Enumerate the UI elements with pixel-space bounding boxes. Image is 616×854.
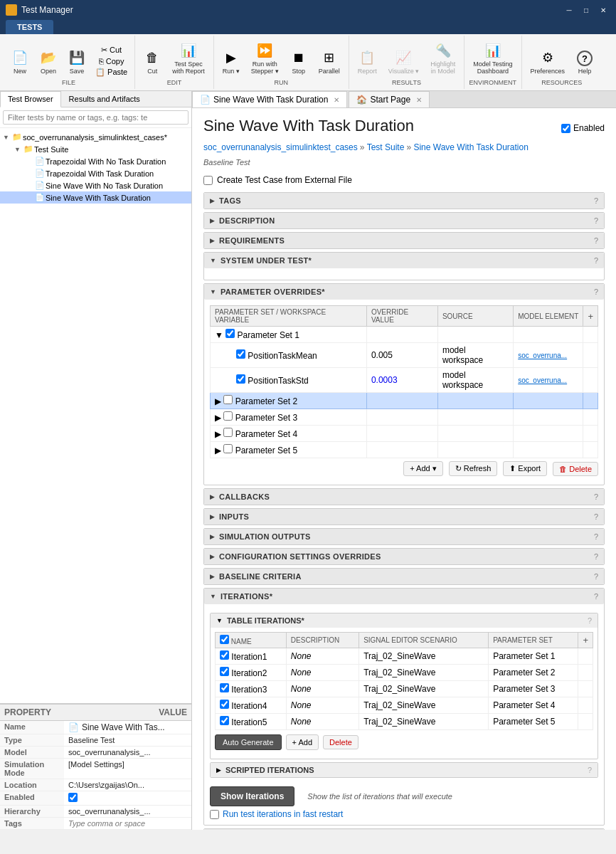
close-btn[interactable]: ✕ [596, 3, 610, 17]
save-button[interactable]: 💾 Save [64, 46, 90, 78]
iter-r4-check[interactable] [220, 700, 229, 709]
visualize-button[interactable]: 📈 Visualize ▾ [384, 46, 423, 78]
tree-item-1[interactable]: 📄 Trapezoidal With No Task Duration [0, 155, 191, 167]
var-1-check[interactable] [236, 349, 245, 359]
tags-input[interactable] [68, 819, 187, 828]
maximize-btn[interactable]: □ [579, 3, 593, 17]
help-button[interactable]: ? Help [572, 48, 598, 78]
cut-button[interactable]: ✂ Cut [92, 45, 130, 56]
tree-item-2[interactable]: 📄 Trapezoidal With Task Duration [0, 167, 191, 179]
logical-header[interactable]: ▶ LOGICAL AND TEMPORAL ASSESSMENTS ? [204, 829, 604, 830]
ps5-check[interactable] [223, 444, 233, 453]
req-help[interactable]: ? [594, 236, 598, 245]
minimize-btn[interactable]: ─ [562, 3, 576, 17]
iter-r1-check[interactable] [220, 650, 229, 660]
callbacks-header[interactable]: ▶ CALLBACKS ? [204, 489, 604, 505]
create-external-checkbox[interactable] [203, 176, 213, 185]
model-testing-button[interactable]: 📊 Model TestingDashboard [469, 39, 516, 78]
iter-r2-check[interactable] [220, 667, 229, 676]
ps4-check[interactable] [223, 428, 233, 437]
iterations-header[interactable]: ▼ ITERATIONS* ? [204, 589, 604, 604]
ps3-check[interactable] [223, 411, 233, 421]
scripted-help[interactable]: ? [588, 766, 592, 774]
param-set-5-row[interactable]: ▶ Parameter Set 5 [211, 442, 598, 458]
new-button[interactable]: 📄 New [7, 46, 33, 78]
callbacks-help[interactable]: ? [594, 492, 598, 501]
iter-r5-check[interactable] [220, 716, 229, 725]
param-var-1[interactable]: PositionTaskMean 0.005 model workspace s… [211, 343, 598, 368]
stop-button[interactable]: ⏹ Stop [286, 46, 312, 78]
tree-root[interactable]: ▼ 📁 soc_overrunanalysis_simulinktest_cas… [0, 131, 191, 143]
table-iter-help[interactable]: ? [588, 616, 592, 625]
scripted-iter-header[interactable]: ▶ SCRIPTED ITERATIONS ? [211, 763, 598, 777]
run-stepper-button[interactable]: ⏩ Run withStepper ▾ [247, 39, 283, 78]
doc-tab-start[interactable]: 🏠 Start Page ✕ [349, 91, 430, 107]
tree-item-3[interactable]: 📄 Sine Wave With No Task Duration [0, 179, 191, 191]
param-var-2[interactable]: PositionTaskStd 0.0003 model workspace s… [211, 368, 598, 393]
param-refresh-btn[interactable]: ↻ Refresh [449, 461, 498, 476]
iter-row-4[interactable]: Iteration4 None Traj_02_SineWave Paramet… [216, 697, 593, 714]
desc-help[interactable]: ? [594, 216, 598, 225]
param-add-btn[interactable]: + Add ▾ [403, 461, 443, 476]
iter-row-3[interactable]: Iteration3 None Traj_02_SineWave Paramet… [216, 681, 593, 697]
tree-item-4[interactable]: 📄 Sine Wave With Task Duration [0, 191, 191, 204]
param-export-btn[interactable]: ⬆ Export [503, 461, 547, 476]
inputs-header[interactable]: ▶ INPUTS ? [204, 509, 604, 524]
baseline-help[interactable]: ? [594, 572, 598, 581]
ps2-check[interactable] [223, 395, 233, 404]
var-2-check[interactable] [236, 374, 245, 384]
search-input[interactable] [3, 110, 188, 125]
param-set-1-row[interactable]: ▼ Parameter Set 1 [211, 327, 598, 343]
preferences-button[interactable]: ⚙ Preferences [526, 46, 570, 78]
auto-generate-btn[interactable]: Auto Generate [215, 734, 282, 750]
desc-header[interactable]: ▶ DESCRIPTION ? [204, 213, 604, 228]
show-iterations-button[interactable]: Show Iterations [210, 786, 294, 806]
iter-delete-btn[interactable]: Delete [323, 735, 359, 749]
tab-close-sine[interactable]: ✕ [334, 96, 339, 104]
page-enabled-checkbox[interactable] [561, 124, 570, 133]
param-set-2-row[interactable]: ▶ Parameter Set 2 [211, 393, 598, 409]
param-set-3-row[interactable]: ▶ Parameter Set 3 [211, 409, 598, 426]
highlight-button[interactable]: 🔦 Highlightin Model [426, 39, 460, 78]
param-help[interactable]: ? [594, 288, 598, 296]
config-header[interactable]: ▶ CONFIGURATION SETTINGS OVERRIDES ? [204, 549, 604, 564]
paste-button[interactable]: 📋 Paste [92, 67, 130, 78]
req-header[interactable]: ▶ REQUIREMENTS ? [204, 233, 604, 248]
param-header[interactable]: ▼ PARAMETER OVERRIDES* ? [204, 284, 604, 300]
iter-r3-check[interactable] [220, 683, 229, 692]
param-set-4-row[interactable]: ▶ Parameter Set 4 [211, 426, 598, 442]
breadcrumb-part-1[interactable]: soc_overrunanalysis_simulinktest_cases [203, 142, 358, 152]
sut-header[interactable]: ▼ SYSTEM UNDER TEST* ? [204, 253, 604, 268]
breadcrumb-part-3[interactable]: Sine Wave With Task Duration [413, 142, 528, 152]
param-set-1-check[interactable] [225, 329, 235, 338]
tests-tab[interactable]: TESTS [6, 20, 53, 34]
iter-col-add[interactable]: + [578, 633, 593, 648]
enabled-checkbox[interactable] [68, 793, 78, 802]
copy-button[interactable]: ⎘ Copy [92, 56, 130, 66]
inputs-help[interactable]: ? [594, 512, 598, 521]
tab-close-start[interactable]: ✕ [416, 96, 422, 104]
iterations-help[interactable]: ? [594, 592, 598, 601]
open-button[interactable]: 📂 Open [36, 46, 61, 78]
table-iter-header[interactable]: ▼ TABLE ITERATIONS* ? [211, 613, 598, 628]
breadcrumb-part-2[interactable]: Test Suite [367, 142, 405, 152]
results-artifacts-tab[interactable]: Results and Artifacts [61, 91, 148, 107]
param-delete-btn[interactable]: 🗑 Delete [553, 462, 598, 476]
baseline-header[interactable]: ▶ BASELINE CRITERIA ? [204, 569, 604, 584]
iter-row-5[interactable]: Iteration5 None Traj_02_SineWave Paramet… [216, 714, 593, 730]
doc-tab-sine-wave[interactable]: 📄 Sine Wave With Task Duration ✕ [192, 91, 347, 107]
report-button[interactable]: 📋 Report [354, 46, 381, 78]
delete-button[interactable]: 🗑 Cut [139, 46, 165, 78]
sim-header[interactable]: ▶ SIMULATION OUTPUTS ? [204, 529, 604, 544]
iter-all-check[interactable] [220, 635, 229, 644]
parallel-button[interactable]: ⊞ Parallel [314, 46, 344, 78]
iter-add-btn[interactable]: + Add [286, 734, 319, 750]
test-browser-tab[interactable]: Test Browser [0, 91, 61, 107]
param-col-add[interactable]: + [583, 306, 598, 327]
sim-help[interactable]: ? [594, 532, 598, 541]
run-fast-restart-check[interactable] [210, 810, 219, 819]
config-help[interactable]: ? [594, 552, 598, 561]
test-spec-button[interactable]: 📊 Test Specwith Report [168, 39, 209, 78]
iter-row-1[interactable]: Iteration1 None Traj_02_SineWave Paramet… [216, 648, 593, 665]
sut-help[interactable]: ? [594, 256, 598, 265]
